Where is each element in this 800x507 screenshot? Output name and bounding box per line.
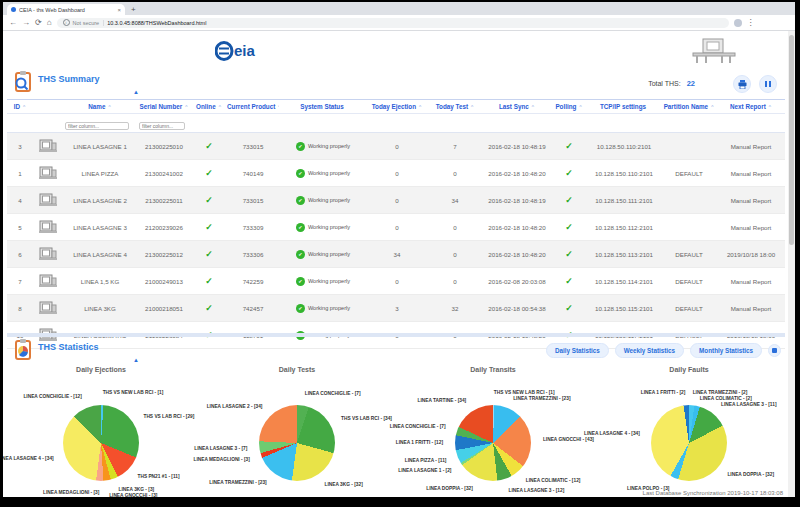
col-tcpip[interactable]: TCP/IP settings [587,100,661,114]
col-id[interactable]: ID [7,100,33,114]
security-label: Not secure [73,20,105,26]
cell-ejection: 0 [367,133,427,160]
table-row[interactable]: 4 LINEA LASAGNE 221300225011✓733015✔Work… [7,187,785,214]
cell-product: 733309 [227,214,279,241]
daily-tests-pie [259,405,335,481]
ths-summary-icon [13,71,33,93]
pie-slice-label: LINEA TRAMEZZINI - [2] [693,390,748,395]
url-input[interactable]: i Not secure 10.3.0.45:8088/THSWebDashbo… [57,18,729,28]
ths-statistics-title: THS Statistics [38,342,99,352]
page-scrollbar-thumb[interactable] [789,35,794,245]
table-row[interactable]: 3 LINEA LASAGNE 121300225010✓733015✔Work… [7,133,785,160]
pie-slice-label: LINEA MEDAGLIONI - [3] [43,490,99,495]
col-test[interactable]: Today Test [427,100,483,114]
col-product[interactable]: Current Product [227,100,279,114]
cell-tcpip: 10.128.150.113:2101 [587,241,661,268]
svg-text:eia: eia [234,42,256,59]
browser-menu-icon[interactable]: ⋮ [747,18,755,27]
print-button[interactable] [733,75,751,93]
table-row[interactable]: 1 LINEA PIZZA21300241002✓740149✔Working … [7,160,785,187]
col-ejection[interactable]: Today Ejection [367,100,427,114]
daily-statistics-button[interactable]: Daily Statistics [546,343,609,358]
cell-nextreport: Manual Report [717,268,785,295]
col-lastsync[interactable]: Last Sync [483,100,551,114]
col-status[interactable]: System Status [279,100,367,114]
info-icon[interactable]: i [63,19,70,26]
profile-avatar[interactable] [734,19,742,27]
col-online[interactable]: Online [191,100,227,114]
col-serial[interactable]: Serial Number [137,100,191,114]
pie-slice-label: LINEA LASAGNE 4 - [34] [3,456,54,461]
status-badge: ✔Working properly [279,268,367,295]
summary-collapse-icon[interactable]: ▲ [133,89,139,95]
serial-filter-input[interactable] [139,122,185,130]
polling-check-icon: ✓ [551,133,587,160]
pause-polling-button[interactable] [759,75,777,93]
new-tab-button[interactable]: + [131,5,136,14]
machine-thumbnail [33,160,63,187]
chart-title: Daily Transits [395,366,591,373]
online-check-icon: ✓ [191,241,227,268]
machine-thumbnail [33,268,63,295]
cell-ejection: 0 [367,214,427,241]
cell-product: 740149 [227,160,279,187]
browser-tab[interactable]: CEIA - ths Web Dashboard × [7,4,125,15]
name-filter-input[interactable] [65,122,129,130]
total-ths-label: Total THS: [648,80,681,87]
reload-icon[interactable]: ⟳ [35,19,42,27]
table-row[interactable]: 7 LINEA 1,5 KG21000249013✓742259✔Working… [7,268,785,295]
pie-slice-label: LINEA COLIMATIC - [2] [700,396,752,401]
chart-title: Daily Tests [199,366,395,373]
pie-slice-label: LINEA TRAMEZZINI - [23] [209,480,266,485]
filter-row [7,114,785,133]
col-polling[interactable]: Polling [551,100,587,114]
cell-tcpip: 10.128.150.111:2101 [587,187,661,214]
tab-favicon-icon [11,7,16,12]
status-badge: ✔Working properly [279,187,367,214]
cell-partition: DEFAULT [661,241,717,268]
back-icon[interactable]: ← [9,19,17,27]
tab-title: CEIA - ths Web Dashboard [19,7,114,13]
home-icon[interactable]: ⌂ [47,19,52,27]
cell-tcpip: 10.128.150.115:2101 [587,295,661,322]
statistics-action-button[interactable] [768,344,781,357]
cell-ejection: 3 [367,295,427,322]
cell-test: 32 [427,295,483,322]
close-tab-icon[interactable]: × [117,7,121,13]
monthly-statistics-button[interactable]: Monthly Statistics [690,343,762,358]
pie-slice-label: LINEA TRAMEZZINI - [23] [513,396,570,401]
filter-cell [137,114,191,133]
cell-id: 5 [7,214,33,241]
ths-summary-table: ID Name Serial Number Online Current Pro… [7,99,785,349]
col-name[interactable]: Name [63,100,137,114]
col-nextreport[interactable]: Next Report [717,100,785,114]
cell-nextreport: 2019/10/18 18:00 [717,241,785,268]
page-scrollbar[interactable] [788,31,795,497]
table-row[interactable]: 8 LINEA 3KG21000218051✓742457✔Working pr… [7,295,785,322]
cell-serial: 21300225010 [137,133,191,160]
table-row[interactable]: 6 LINEA LASAGNE 421300225012✓733306✔Work… [7,241,785,268]
total-ths: Total THS: 22 [648,79,695,88]
chart-daily-faults: Daily Faults LINEA TRAMEZZINI - [2]LINEA… [591,363,787,497]
machine-thumbnail [33,241,63,268]
cell-serial: 21000249013 [137,268,191,295]
forward-icon[interactable]: → [22,19,30,27]
cell-product: 733015 [227,187,279,214]
cell-partition: DEFAULT [661,160,717,187]
ths-statistics-header: THS Statistics [13,339,99,361]
weekly-statistics-button[interactable]: Weekly Statistics [615,343,684,358]
pie-slice-label: LINEA 1 FRITTI - [2] [641,390,686,395]
cell-serial: 21000218051 [137,295,191,322]
col-partition[interactable]: Partition Name [661,100,717,114]
cell-id: 1 [7,160,33,187]
total-ths-value: 22 [687,79,695,88]
pie-slice-label: THS VS LAB RCI - [34] [341,416,392,421]
pie-slice-label: LINEA LASAGNE 2 - [34] [207,404,263,409]
pie-slice-label: LINEA CONCHIGLIE - [7] [390,424,446,429]
tab-strip: CEIA - ths Web Dashboard × + [3,2,795,15]
cell-lastsync: 2016-02-18 10:48:20 [483,160,551,187]
table-row[interactable]: 5 LINEA LASAGNE 321200239026✓733309✔Work… [7,214,785,241]
table-horizontal-scrollbar[interactable] [7,333,785,337]
cell-lastsync: 2016-02-18 10:48:19 [483,187,551,214]
cell-id: 3 [7,133,33,160]
